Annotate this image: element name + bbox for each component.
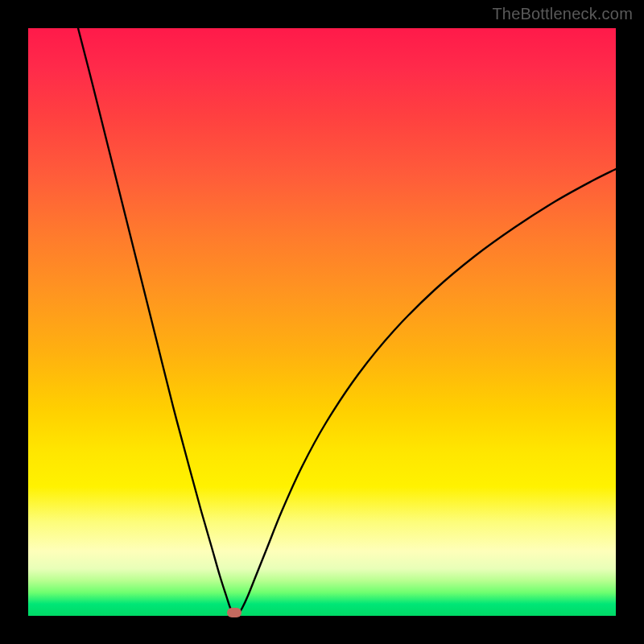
chart-curve bbox=[28, 28, 616, 616]
minimum-marker bbox=[227, 608, 242, 617]
chart-plot-area bbox=[28, 28, 616, 616]
watermark-text: TheBottleneck.com bbox=[492, 5, 633, 23]
